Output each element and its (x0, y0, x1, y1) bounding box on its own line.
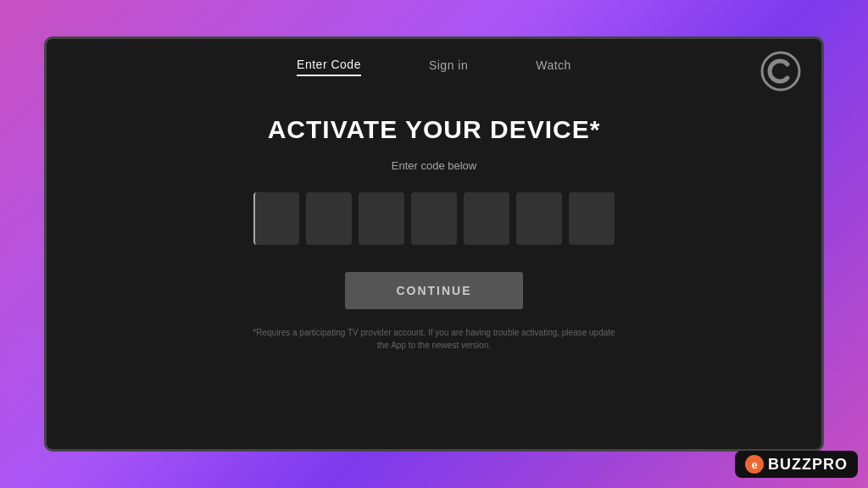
page-headline: ACTIVATE YOUR DEVICE* (268, 115, 601, 144)
code-box-6[interactable] (516, 192, 562, 245)
continue-button[interactable]: CONTINUE (345, 272, 522, 309)
nav-item-watch[interactable]: Watch (536, 58, 571, 75)
code-box-7[interactable] (569, 192, 615, 245)
nav-item-enter-code[interactable]: Enter Code (297, 58, 361, 76)
code-box-2[interactable] (306, 192, 352, 245)
disclaimer-text: *Requires a participating TV provider ac… (248, 326, 620, 352)
code-boxes (253, 192, 615, 245)
code-box-1[interactable] (253, 192, 299, 245)
code-box-3[interactable] (359, 192, 404, 245)
buzzpro-icon: e (745, 455, 764, 474)
nav-bar: Enter Code Sign in Watch (47, 39, 821, 90)
buzzpro-watermark: e BUZZPRO (735, 451, 858, 478)
screen-container: Enter Code Sign in Watch ACTIVATE YOUR D… (44, 36, 824, 452)
code-subtitle: Enter code below (392, 159, 476, 172)
comedy-central-logo (760, 51, 801, 92)
main-content: ACTIVATE YOUR DEVICE* Enter code below C… (248, 90, 620, 449)
code-box-4[interactable] (411, 192, 457, 245)
buzzpro-label: BUZZPRO (768, 456, 848, 474)
code-box-5[interactable] (464, 192, 509, 245)
nav-item-sign-in[interactable]: Sign in (429, 58, 468, 75)
